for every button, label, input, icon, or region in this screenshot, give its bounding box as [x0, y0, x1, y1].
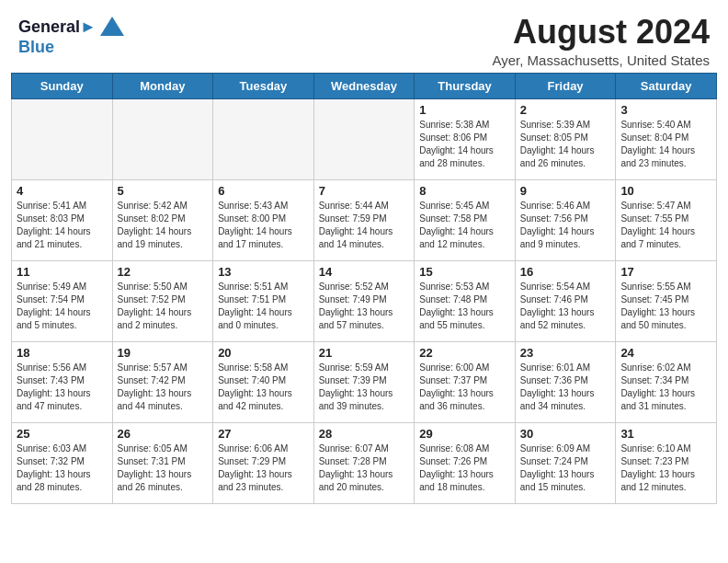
cell-info: Sunrise: 5:53 AM Sunset: 7:48 PM Dayligh…: [419, 281, 510, 332]
day-header-thursday: Thursday: [415, 73, 516, 98]
cal-cell: 16Sunrise: 5:54 AM Sunset: 7:46 PM Dayli…: [515, 260, 616, 341]
cell-info: Sunrise: 6:06 AM Sunset: 7:29 PM Dayligh…: [218, 442, 309, 494]
day-number: 22: [419, 346, 510, 360]
cal-cell: 11Sunrise: 5:49 AM Sunset: 7:54 PM Dayli…: [12, 260, 113, 341]
cell-info: Sunrise: 5:47 AM Sunset: 7:55 PM Dayligh…: [620, 200, 711, 251]
day-number: 16: [520, 265, 611, 279]
calendar-table: SundayMondayTuesdayWednesdayThursdayFrid…: [11, 73, 717, 504]
day-number: 19: [118, 346, 209, 360]
cal-cell: 30Sunrise: 6:09 AM Sunset: 7:24 PM Dayli…: [515, 422, 616, 503]
cal-cell: [12, 98, 113, 179]
day-header-monday: Monday: [112, 73, 213, 98]
cal-cell: 31Sunrise: 6:10 AM Sunset: 7:23 PM Dayli…: [616, 422, 717, 503]
cal-cell: 26Sunrise: 6:05 AM Sunset: 7:31 PM Dayli…: [112, 422, 213, 503]
calendar-wrapper: SundayMondayTuesdayWednesdayThursdayFrid…: [0, 73, 728, 515]
day-number: 29: [419, 427, 510, 441]
cell-info: Sunrise: 5:39 AM Sunset: 8:05 PM Dayligh…: [520, 119, 611, 170]
day-number: 12: [118, 265, 209, 279]
cell-info: Sunrise: 5:59 AM Sunset: 7:39 PM Dayligh…: [319, 362, 410, 413]
cell-info: Sunrise: 5:55 AM Sunset: 7:45 PM Dayligh…: [620, 281, 711, 332]
day-number: 14: [319, 265, 410, 279]
svg-marker-0: [100, 17, 124, 36]
logo: General► Blue: [18, 14, 126, 57]
day-number: 8: [419, 184, 510, 198]
cal-cell: [213, 98, 314, 179]
cal-cell: 10Sunrise: 5:47 AM Sunset: 7:55 PM Dayli…: [616, 179, 717, 260]
cell-info: Sunrise: 5:54 AM Sunset: 7:46 PM Dayligh…: [520, 281, 611, 332]
day-number: 20: [218, 346, 309, 360]
cal-cell: 20Sunrise: 5:58 AM Sunset: 7:40 PM Dayli…: [213, 341, 314, 422]
cell-info: Sunrise: 5:42 AM Sunset: 8:02 PM Dayligh…: [118, 200, 209, 251]
cell-info: Sunrise: 5:58 AM Sunset: 7:40 PM Dayligh…: [218, 362, 309, 413]
day-header-sunday: Sunday: [12, 73, 113, 98]
day-number: 1: [419, 103, 510, 117]
logo-icon: [98, 14, 126, 41]
cell-info: Sunrise: 6:05 AM Sunset: 7:31 PM Dayligh…: [118, 442, 209, 494]
day-number: 25: [17, 427, 108, 441]
cal-cell: 27Sunrise: 6:06 AM Sunset: 7:29 PM Dayli…: [213, 422, 314, 503]
cell-info: Sunrise: 6:01 AM Sunset: 7:36 PM Dayligh…: [520, 362, 611, 413]
cal-cell: 21Sunrise: 5:59 AM Sunset: 7:39 PM Dayli…: [313, 341, 415, 422]
location-subtitle: Ayer, Massachusetts, United States: [492, 52, 710, 68]
day-header-wednesday: Wednesday: [313, 73, 415, 98]
cal-cell: 7Sunrise: 5:44 AM Sunset: 7:59 PM Daylig…: [313, 179, 415, 260]
cell-info: Sunrise: 5:52 AM Sunset: 7:49 PM Dayligh…: [319, 281, 410, 332]
day-header-tuesday: Tuesday: [213, 73, 314, 98]
day-number: 26: [118, 427, 209, 441]
day-number: 11: [17, 265, 108, 279]
week-row-3: 11Sunrise: 5:49 AM Sunset: 7:54 PM Dayli…: [12, 260, 717, 341]
cal-cell: 28Sunrise: 6:07 AM Sunset: 7:28 PM Dayli…: [313, 422, 415, 503]
day-header-saturday: Saturday: [616, 73, 717, 98]
cal-cell: 2Sunrise: 5:39 AM Sunset: 8:05 PM Daylig…: [515, 98, 616, 179]
cal-cell: 9Sunrise: 5:46 AM Sunset: 7:56 PM Daylig…: [515, 179, 616, 260]
day-number: 21: [319, 346, 410, 360]
cell-info: Sunrise: 6:09 AM Sunset: 7:24 PM Dayligh…: [520, 442, 611, 494]
day-header-friday: Friday: [515, 73, 616, 98]
cell-info: Sunrise: 5:44 AM Sunset: 7:59 PM Dayligh…: [319, 200, 410, 251]
week-row-1: 1Sunrise: 5:38 AM Sunset: 8:06 PM Daylig…: [12, 98, 717, 179]
cal-cell: 25Sunrise: 6:03 AM Sunset: 7:32 PM Dayli…: [12, 422, 113, 503]
day-number: 27: [218, 427, 309, 441]
week-row-5: 25Sunrise: 6:03 AM Sunset: 7:32 PM Dayli…: [12, 422, 717, 503]
week-row-2: 4Sunrise: 5:41 AM Sunset: 8:03 PM Daylig…: [12, 179, 717, 260]
cell-info: Sunrise: 5:40 AM Sunset: 8:04 PM Dayligh…: [620, 119, 711, 170]
cal-cell: 19Sunrise: 5:57 AM Sunset: 7:42 PM Dayli…: [112, 341, 213, 422]
cal-cell: 24Sunrise: 6:02 AM Sunset: 7:34 PM Dayli…: [616, 341, 717, 422]
cell-info: Sunrise: 6:08 AM Sunset: 7:26 PM Dayligh…: [419, 442, 510, 494]
day-number: 10: [620, 184, 711, 198]
cal-cell: 12Sunrise: 5:50 AM Sunset: 7:52 PM Dayli…: [112, 260, 213, 341]
day-number: 23: [520, 346, 611, 360]
cell-info: Sunrise: 6:03 AM Sunset: 7:32 PM Dayligh…: [17, 442, 108, 494]
cell-info: Sunrise: 6:00 AM Sunset: 7:37 PM Dayligh…: [419, 362, 510, 413]
cal-cell: 29Sunrise: 6:08 AM Sunset: 7:26 PM Dayli…: [415, 422, 516, 503]
cell-info: Sunrise: 5:50 AM Sunset: 7:52 PM Dayligh…: [118, 281, 209, 332]
logo-text: General►: [18, 18, 97, 37]
cal-cell: 1Sunrise: 5:38 AM Sunset: 8:06 PM Daylig…: [415, 98, 516, 179]
day-number: 6: [218, 184, 309, 198]
cell-info: Sunrise: 5:43 AM Sunset: 8:00 PM Dayligh…: [218, 200, 309, 251]
day-number: 15: [419, 265, 510, 279]
day-number: 7: [319, 184, 410, 198]
cal-cell: 8Sunrise: 5:45 AM Sunset: 7:58 PM Daylig…: [415, 179, 516, 260]
cal-cell: 4Sunrise: 5:41 AM Sunset: 8:03 PM Daylig…: [12, 179, 113, 260]
page-header: General► Blue August 2024 Ayer, Massachu…: [0, 0, 728, 73]
day-number: 2: [520, 103, 611, 117]
cal-cell: 17Sunrise: 5:55 AM Sunset: 7:45 PM Dayli…: [616, 260, 717, 341]
cell-info: Sunrise: 6:07 AM Sunset: 7:28 PM Dayligh…: [319, 442, 410, 494]
cal-cell: 13Sunrise: 5:51 AM Sunset: 7:51 PM Dayli…: [213, 260, 314, 341]
day-number: 31: [620, 427, 711, 441]
cal-cell: 14Sunrise: 5:52 AM Sunset: 7:49 PM Dayli…: [313, 260, 415, 341]
day-number: 24: [620, 346, 711, 360]
cal-cell: 6Sunrise: 5:43 AM Sunset: 8:00 PM Daylig…: [213, 179, 314, 260]
month-title: August 2024: [492, 14, 710, 51]
week-row-4: 18Sunrise: 5:56 AM Sunset: 7:43 PM Dayli…: [12, 341, 717, 422]
cell-info: Sunrise: 5:56 AM Sunset: 7:43 PM Dayligh…: [17, 362, 108, 413]
day-number: 30: [520, 427, 611, 441]
title-block: August 2024 Ayer, Massachusetts, United …: [492, 14, 710, 68]
cal-cell: [112, 98, 213, 179]
day-number: 3: [620, 103, 711, 117]
cal-cell: 15Sunrise: 5:53 AM Sunset: 7:48 PM Dayli…: [415, 260, 516, 341]
day-number: 5: [118, 184, 209, 198]
cell-info: Sunrise: 6:10 AM Sunset: 7:23 PM Dayligh…: [620, 442, 711, 494]
day-number: 28: [319, 427, 410, 441]
